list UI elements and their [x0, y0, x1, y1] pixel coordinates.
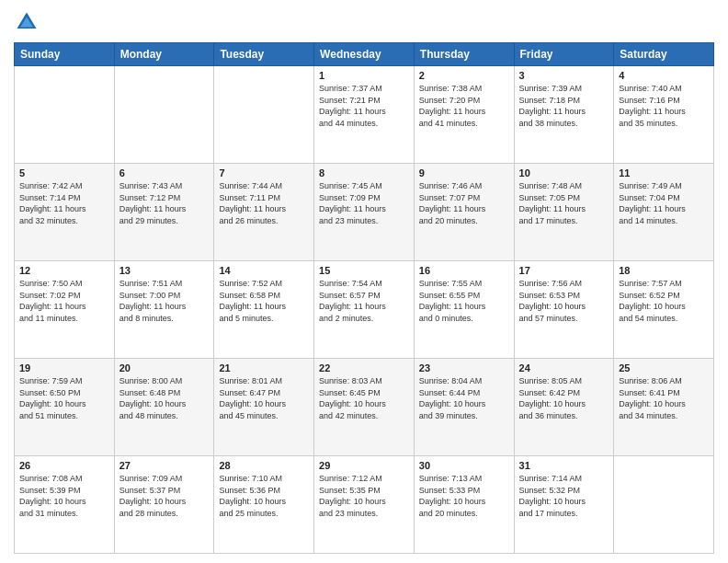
day-number: 7 [219, 167, 309, 178]
calendar-header-row: Sunday Monday Tuesday Wednesday Thursday… [15, 43, 714, 66]
table-row: 1Sunrise: 7:37 AM Sunset: 7:21 PM Daylig… [314, 66, 415, 164]
col-tuesday: Tuesday [214, 43, 314, 66]
table-row: 14Sunrise: 7:52 AM Sunset: 6:58 PM Dayli… [214, 261, 314, 359]
day-info: Sunrise: 7:08 AM Sunset: 5:39 PM Dayligh… [19, 473, 109, 519]
day-number: 4 [619, 70, 709, 81]
logo [14, 9, 43, 35]
table-row: 17Sunrise: 7:56 AM Sunset: 6:53 PM Dayli… [514, 261, 614, 359]
day-number: 23 [419, 362, 509, 373]
day-info: Sunrise: 7:43 AM Sunset: 7:12 PM Dayligh… [119, 180, 210, 226]
day-number: 14 [219, 265, 309, 276]
table-row: 24Sunrise: 8:05 AM Sunset: 6:42 PM Dayli… [514, 359, 614, 456]
col-wednesday: Wednesday [314, 43, 415, 66]
table-row: 3Sunrise: 7:39 AM Sunset: 7:18 PM Daylig… [514, 66, 614, 164]
calendar-table: Sunday Monday Tuesday Wednesday Thursday… [14, 42, 714, 554]
table-row: 27Sunrise: 7:09 AM Sunset: 5:37 PM Dayli… [114, 456, 214, 554]
table-row: 6Sunrise: 7:43 AM Sunset: 7:12 PM Daylig… [114, 164, 214, 261]
day-info: Sunrise: 7:52 AM Sunset: 6:58 PM Dayligh… [219, 278, 309, 324]
day-number: 10 [519, 167, 609, 178]
calendar-week-row: 5Sunrise: 7:42 AM Sunset: 7:14 PM Daylig… [15, 164, 714, 261]
day-info: Sunrise: 7:48 AM Sunset: 7:05 PM Dayligh… [519, 180, 609, 226]
day-info: Sunrise: 8:03 AM Sunset: 6:45 PM Dayligh… [319, 375, 409, 421]
table-row: 22Sunrise: 8:03 AM Sunset: 6:45 PM Dayli… [314, 359, 415, 456]
day-number: 15 [319, 265, 409, 276]
table-row: 23Sunrise: 8:04 AM Sunset: 6:44 PM Dayli… [414, 359, 514, 456]
day-number: 22 [319, 362, 409, 373]
day-number: 31 [519, 460, 609, 471]
day-number: 3 [519, 70, 609, 81]
table-row: 29Sunrise: 7:12 AM Sunset: 5:35 PM Dayli… [314, 456, 415, 554]
table-row: 10Sunrise: 7:48 AM Sunset: 7:05 PM Dayli… [514, 164, 614, 261]
day-info: Sunrise: 7:54 AM Sunset: 6:57 PM Dayligh… [319, 278, 409, 324]
day-info: Sunrise: 7:09 AM Sunset: 5:37 PM Dayligh… [119, 473, 210, 519]
day-number: 26 [19, 460, 109, 471]
day-number: 27 [119, 460, 210, 471]
page: Sunday Monday Tuesday Wednesday Thursday… [0, 0, 728, 563]
day-number: 1 [319, 70, 409, 81]
day-info: Sunrise: 7:55 AM Sunset: 6:55 PM Dayligh… [419, 278, 509, 324]
table-row: 9Sunrise: 7:46 AM Sunset: 7:07 PM Daylig… [414, 164, 514, 261]
table-row: 7Sunrise: 7:44 AM Sunset: 7:11 PM Daylig… [214, 164, 314, 261]
table-row: 31Sunrise: 7:14 AM Sunset: 5:32 PM Dayli… [514, 456, 614, 554]
day-number: 29 [319, 460, 409, 471]
table-row: 15Sunrise: 7:54 AM Sunset: 6:57 PM Dayli… [314, 261, 415, 359]
day-number: 16 [419, 265, 509, 276]
day-info: Sunrise: 8:06 AM Sunset: 6:41 PM Dayligh… [619, 375, 709, 421]
table-row: 16Sunrise: 7:55 AM Sunset: 6:55 PM Dayli… [414, 261, 514, 359]
day-info: Sunrise: 7:12 AM Sunset: 5:35 PM Dayligh… [319, 473, 409, 519]
day-info: Sunrise: 7:49 AM Sunset: 7:04 PM Dayligh… [619, 180, 709, 226]
day-info: Sunrise: 7:38 AM Sunset: 7:20 PM Dayligh… [419, 83, 509, 129]
day-info: Sunrise: 7:56 AM Sunset: 6:53 PM Dayligh… [519, 278, 609, 324]
day-info: Sunrise: 7:44 AM Sunset: 7:11 PM Dayligh… [219, 180, 309, 226]
day-number: 11 [619, 167, 709, 178]
table-row: 4Sunrise: 7:40 AM Sunset: 7:16 PM Daylig… [614, 66, 714, 164]
day-number: 8 [319, 167, 409, 178]
day-number: 25 [619, 362, 709, 373]
table-row: 19Sunrise: 7:59 AM Sunset: 6:50 PM Dayli… [15, 359, 115, 456]
day-info: Sunrise: 7:57 AM Sunset: 6:52 PM Dayligh… [619, 278, 709, 324]
calendar-week-row: 1Sunrise: 7:37 AM Sunset: 7:21 PM Daylig… [15, 66, 714, 164]
table-row: 12Sunrise: 7:50 AM Sunset: 7:02 PM Dayli… [15, 261, 115, 359]
day-info: Sunrise: 7:40 AM Sunset: 7:16 PM Dayligh… [619, 83, 709, 129]
day-info: Sunrise: 7:59 AM Sunset: 6:50 PM Dayligh… [19, 375, 109, 421]
day-number: 20 [119, 362, 210, 373]
table-row: 30Sunrise: 7:13 AM Sunset: 5:33 PM Dayli… [414, 456, 514, 554]
table-row: 11Sunrise: 7:49 AM Sunset: 7:04 PM Dayli… [614, 164, 714, 261]
col-saturday: Saturday [614, 43, 714, 66]
day-info: Sunrise: 7:51 AM Sunset: 7:00 PM Dayligh… [119, 278, 210, 324]
table-row: 21Sunrise: 8:01 AM Sunset: 6:47 PM Dayli… [214, 359, 314, 456]
day-info: Sunrise: 7:10 AM Sunset: 5:36 PM Dayligh… [219, 473, 309, 519]
table-row [114, 66, 214, 164]
day-info: Sunrise: 8:01 AM Sunset: 6:47 PM Dayligh… [219, 375, 309, 421]
calendar-week-row: 26Sunrise: 7:08 AM Sunset: 5:39 PM Dayli… [15, 456, 714, 554]
col-sunday: Sunday [15, 43, 115, 66]
table-row: 2Sunrise: 7:38 AM Sunset: 7:20 PM Daylig… [414, 66, 514, 164]
logo-icon [14, 9, 40, 35]
table-row: 28Sunrise: 7:10 AM Sunset: 5:36 PM Dayli… [214, 456, 314, 554]
day-number: 9 [419, 167, 509, 178]
day-number: 21 [219, 362, 309, 373]
day-number: 30 [419, 460, 509, 471]
day-number: 6 [119, 167, 210, 178]
table-row: 5Sunrise: 7:42 AM Sunset: 7:14 PM Daylig… [15, 164, 115, 261]
day-info: Sunrise: 8:04 AM Sunset: 6:44 PM Dayligh… [419, 375, 509, 421]
table-row: 25Sunrise: 8:06 AM Sunset: 6:41 PM Dayli… [614, 359, 714, 456]
header [14, 9, 714, 35]
day-info: Sunrise: 7:39 AM Sunset: 7:18 PM Dayligh… [519, 83, 609, 129]
day-number: 5 [19, 167, 109, 178]
day-info: Sunrise: 7:50 AM Sunset: 7:02 PM Dayligh… [19, 278, 109, 324]
table-row: 13Sunrise: 7:51 AM Sunset: 7:00 PM Dayli… [114, 261, 214, 359]
day-info: Sunrise: 8:05 AM Sunset: 6:42 PM Dayligh… [519, 375, 609, 421]
day-number: 19 [19, 362, 109, 373]
day-number: 2 [419, 70, 509, 81]
col-monday: Monday [114, 43, 214, 66]
day-info: Sunrise: 7:13 AM Sunset: 5:33 PM Dayligh… [419, 473, 509, 519]
col-friday: Friday [514, 43, 614, 66]
day-number: 17 [519, 265, 609, 276]
day-info: Sunrise: 7:37 AM Sunset: 7:21 PM Dayligh… [319, 83, 409, 129]
table-row: 8Sunrise: 7:45 AM Sunset: 7:09 PM Daylig… [314, 164, 415, 261]
table-row: 26Sunrise: 7:08 AM Sunset: 5:39 PM Dayli… [15, 456, 115, 554]
table-row: 20Sunrise: 8:00 AM Sunset: 6:48 PM Dayli… [114, 359, 214, 456]
day-info: Sunrise: 7:14 AM Sunset: 5:32 PM Dayligh… [519, 473, 609, 519]
day-info: Sunrise: 8:00 AM Sunset: 6:48 PM Dayligh… [119, 375, 210, 421]
